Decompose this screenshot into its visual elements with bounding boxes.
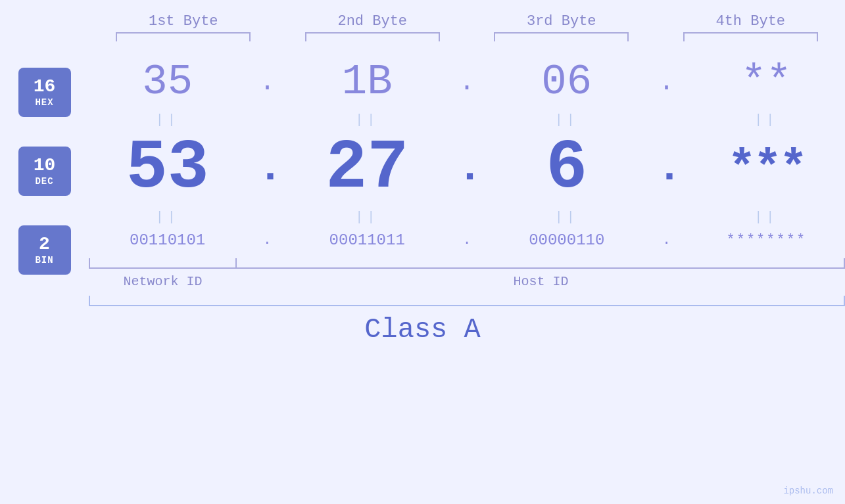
- dec-dot-1: .: [257, 147, 277, 190]
- dec-label: DEC: [35, 176, 53, 187]
- dec-badge: 10 DEC: [18, 147, 71, 196]
- sep-row-2: || || || ||: [89, 208, 845, 226]
- sep-row-1: || || || ||: [89, 111, 845, 129]
- bin-val-2: 00011011: [300, 231, 435, 249]
- byte-header-1: 1st Byte: [116, 13, 251, 30]
- sep-2-1: ||: [100, 210, 235, 225]
- hex-row: 35 . 1B . 06 . **: [89, 53, 845, 111]
- sep-2-3: ||: [499, 210, 634, 225]
- bin-label: BIN: [35, 255, 53, 265]
- byte-headers-row: 1st Byte 2nd Byte 3rd Byte 4th Byte: [89, 13, 845, 30]
- hex-label: HEX: [35, 97, 53, 108]
- hex-val-3: 06: [499, 58, 634, 106]
- bin-dot-2: .: [457, 232, 477, 248]
- main-container: 1st Byte 2nd Byte 3rd Byte 4th Byte 16 H…: [0, 0, 845, 504]
- dec-dot-3: .: [657, 147, 677, 190]
- data-columns: 35 . 1B . 06 . ** || || || || 53: [89, 53, 845, 289]
- all-rows-area: 16 HEX 10 DEC 2 BIN 35 . 1B . 06 . **: [0, 53, 845, 289]
- dec-number: 10: [34, 156, 56, 176]
- large-bracket-container: [89, 296, 845, 306]
- bin-val-4: ********: [699, 232, 834, 248]
- byte-header-4: 4th Byte: [683, 13, 818, 30]
- dec-dot-2: .: [457, 147, 477, 190]
- labels-column: 16 HEX 10 DEC 2 BIN: [0, 53, 89, 289]
- sep-2-4: ||: [699, 210, 834, 225]
- hex-val-4: **: [699, 58, 834, 106]
- watermark: ipshu.com: [783, 486, 833, 496]
- top-bracket-1: [116, 32, 251, 41]
- bracket-host: [237, 258, 845, 269]
- bin-row: 00110101 . 00011011 . 00000110 . *******…: [89, 226, 845, 254]
- host-id-label: Host ID: [237, 274, 845, 289]
- hex-dot-1: .: [257, 68, 277, 97]
- bin-val-1: 00110101: [100, 231, 235, 249]
- hex-badge: 16 HEX: [18, 68, 71, 117]
- dec-val-1: 53: [100, 134, 235, 203]
- dec-val-3: 6: [499, 134, 634, 203]
- bin-badge: 2 BIN: [18, 225, 71, 275]
- bracket-network: [89, 258, 237, 269]
- hex-dot-2: .: [457, 68, 477, 97]
- sep-1-3: ||: [499, 112, 634, 127]
- sep-2-2: ||: [300, 210, 435, 225]
- dec-row: 53 . 27 . 6 . ***: [89, 129, 845, 208]
- bin-dot-3: .: [657, 232, 677, 248]
- network-id-label: Network ID: [89, 274, 237, 289]
- class-label: Class A: [364, 314, 480, 346]
- hex-val-2: 1B: [300, 58, 435, 106]
- dec-val-4: ***: [699, 145, 834, 193]
- bin-number: 2: [39, 235, 50, 255]
- top-brackets-row: [89, 32, 845, 41]
- hex-number: 16: [34, 77, 56, 97]
- large-bottom-bracket: [89, 296, 845, 306]
- byte-header-2: 2nd Byte: [305, 13, 440, 30]
- sep-1-1: ||: [100, 112, 235, 127]
- hex-val-1: 35: [100, 58, 235, 106]
- bin-dot-1: .: [257, 232, 277, 248]
- dec-val-2: 27: [300, 134, 435, 203]
- class-label-row: Class A: [0, 314, 845, 346]
- sep-1-2: ||: [300, 112, 435, 127]
- top-bracket-4: [683, 32, 818, 41]
- top-bracket-3: [494, 32, 629, 41]
- sep-1-4: ||: [699, 112, 834, 127]
- bottom-brackets-row: [89, 258, 845, 269]
- hex-dot-3: .: [657, 68, 677, 97]
- byte-header-3: 3rd Byte: [494, 13, 629, 30]
- bottom-labels-row: Network ID Host ID: [89, 274, 845, 289]
- bin-val-3: 00000110: [499, 231, 634, 249]
- top-bracket-2: [305, 32, 440, 41]
